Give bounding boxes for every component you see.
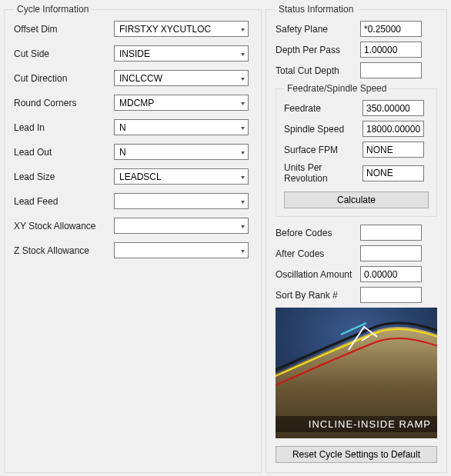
before-codes-label: Before Codes [276, 228, 360, 238]
cut-side-label: Cut Side [14, 48, 114, 59]
cycle-information-legend: Cycle Information [14, 4, 92, 15]
total-cut-depth-label: Total Cut Depth [276, 65, 360, 76]
after-codes-input[interactable] [360, 245, 422, 261]
lead-in-label: Lead In [14, 122, 114, 133]
xy-stock-label: XY Stock Allowance [14, 221, 114, 231]
preview-caption: INCLINE-INSIDE RAMP [276, 416, 437, 432]
status-information-legend: Status Information [276, 4, 356, 15]
feedrate-input[interactable] [362, 100, 424, 116]
oscillation-label: Oscillation Amount [276, 269, 360, 280]
offset-dim-label: Offset Dim [14, 24, 114, 35]
lead-size-select[interactable]: LEADSCL [114, 168, 249, 185]
safety-plane-label: Safety Plane [276, 24, 360, 35]
feedrate-spindle-legend: Feedrate/Spindle Speed [284, 83, 389, 94]
depth-per-pass-label: Depth Per Pass [276, 45, 360, 55]
oscillation-input[interactable] [360, 266, 422, 282]
cut-direction-label: Cut Direction [14, 73, 114, 84]
lead-out-select[interactable]: N [114, 144, 249, 160]
round-corners-select[interactable]: MDCMP [114, 95, 249, 111]
feedrate-spindle-group: Feedrate/Spindle Speed Feedrate Spindle … [276, 83, 437, 217]
lead-in-select[interactable]: N [114, 119, 249, 135]
units-per-rev-label: Units Per Revolution [284, 162, 362, 184]
depth-per-pass-input[interactable] [360, 42, 422, 58]
lead-feed-select[interactable] [114, 193, 249, 209]
before-codes-input[interactable] [360, 225, 422, 241]
spindle-speed-input[interactable] [362, 121, 424, 137]
cut-side-select[interactable]: INSIDE [114, 45, 249, 62]
reset-cycle-button[interactable]: Reset Cycle Settings to Default [276, 446, 437, 463]
round-corners-label: Round Corners [14, 98, 114, 108]
lead-out-label: Lead Out [14, 147, 114, 158]
surface-fpm-input[interactable] [362, 141, 424, 158]
surface-fpm-label: Surface FPM [284, 145, 362, 155]
lead-feed-label: Lead Feed [14, 196, 114, 207]
sort-by-rank-input[interactable] [360, 287, 422, 303]
units-per-rev-input[interactable] [362, 165, 424, 181]
z-stock-select[interactable] [114, 242, 249, 258]
sort-by-rank-label: Sort By Rank # [276, 290, 360, 301]
safety-plane-input[interactable] [360, 21, 422, 37]
cycle-information-group: Cycle Information Offset Dim FIRSTXY XYC… [4, 4, 262, 473]
z-stock-label: Z Stock Allowance [14, 245, 114, 256]
after-codes-label: After Codes [276, 248, 360, 259]
spindle-speed-label: Spindle Speed [284, 124, 362, 135]
cut-direction-select[interactable]: INCLCCW [114, 70, 249, 86]
calculate-button[interactable]: Calculate [284, 191, 429, 208]
preview-image: INCLINE-INSIDE RAMP [276, 308, 437, 438]
offset-dim-select[interactable]: FIRSTXY XYCUTLOC [114, 21, 249, 37]
lead-size-label: Lead Size [14, 171, 114, 182]
xy-stock-select[interactable] [114, 218, 249, 234]
total-cut-depth-input[interactable] [360, 62, 422, 78]
status-information-group: Status Information Safety Plane Depth Pe… [266, 4, 447, 473]
feedrate-label: Feedrate [284, 103, 362, 114]
